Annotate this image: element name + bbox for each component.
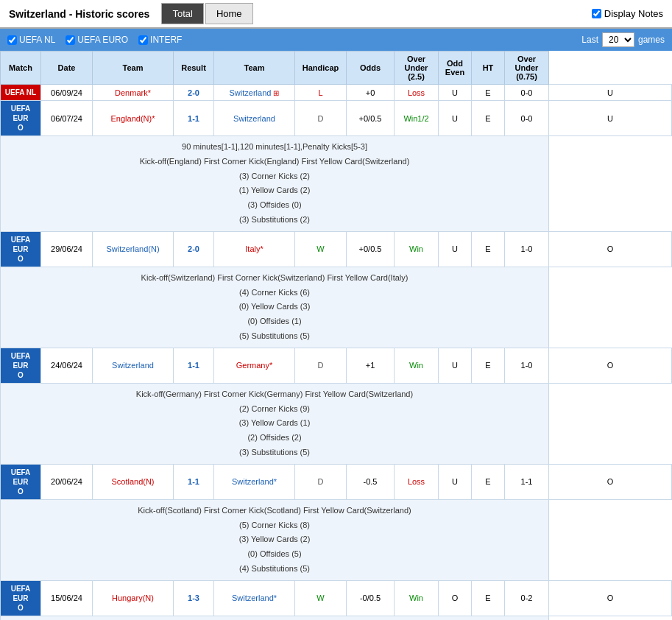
league-badge: UEFA EURO [1, 101, 41, 136]
odd-even: E [472, 101, 505, 136]
header: Switzerland - Historic scores Total Home… [0, 0, 672, 29]
match-date: 06/09/24 [41, 85, 93, 101]
detail-line: 90 minutes[1-1],120 minutes[1-1],Penalty… [182, 142, 367, 151]
table-row[interactable]: UEFA EURO 29/06/24 Switzerland(N) 2-0 It… [1, 231, 672, 267]
handicap: -0/0.5 [347, 580, 395, 616]
detail-line: Kick-off(Switzerland) First Corner Kick(… [141, 273, 408, 282]
filter-bar: UEFA NL UEFA EURO INTERF Last 5 10 15 20… [0, 29, 672, 51]
odds: Loss [395, 85, 439, 101]
odd-even: E [472, 231, 505, 267]
detail-line: (0) Offsides (5) [247, 549, 301, 558]
odds: Loss [395, 464, 439, 499]
detail-line: (4) Corner Kicks (6) [239, 288, 310, 297]
header-tabs: Total Home [158, 0, 255, 27]
league-badge: UEFA EURO [1, 580, 41, 616]
team2-name[interactable]: Germany* [214, 348, 295, 383]
filter-interf: INTERF [138, 35, 182, 45]
detail-cell: Kick-off(Hungary) First Corner Kick(Swit… [1, 616, 549, 620]
odds: Win [395, 231, 439, 267]
detail-line: (3) Offsides (0) [247, 200, 301, 209]
team1-name[interactable]: England(N)* [93, 101, 174, 136]
filter-uefa-nl-checkbox[interactable] [7, 35, 17, 45]
detail-line: (3) Yellow Cards (2) [239, 535, 311, 543]
match-score: 2-0 [174, 231, 214, 267]
over-under: U [439, 348, 472, 383]
detail-line: (3) Corner Kicks (2) [239, 172, 310, 180]
match-date: 20/06/24 [41, 464, 93, 499]
team2-name[interactable]: Switzerland* [214, 580, 295, 616]
over-under2: O [549, 464, 672, 499]
detail-line: (0) Yellow Cards (3) [239, 302, 311, 311]
filter-interf-checkbox[interactable] [138, 35, 148, 45]
league-badge: UEFA NL [1, 85, 41, 101]
detail-line: (5) Corner Kicks (8) [239, 521, 310, 529]
over-under: U [439, 464, 472, 499]
handicap: +0/0.5 [347, 101, 395, 136]
detail-row: 90 minutes[1-1],120 minutes[1-1],Penalty… [1, 136, 672, 232]
table-row[interactable]: UEFA NL 06/09/24 Denmark* 2-0 Switzerlan… [1, 85, 672, 101]
col-team2: Team [214, 52, 295, 85]
detail-line: Kick-off(Scotland) First Corner Kick(Sco… [138, 506, 411, 515]
detail-line: (2) Offsides (2) [247, 433, 301, 442]
ht-score: 0-2 [505, 580, 549, 616]
team2-name[interactable]: Italy* [214, 231, 295, 267]
odd-even: E [472, 85, 505, 101]
detail-cell: Kick-off(Scotland) First Corner Kick(Sco… [1, 499, 549, 580]
col-team1: Team [93, 52, 174, 85]
detail-line: (1) Yellow Cards (2) [239, 186, 311, 194]
last-select[interactable]: 5 10 15 20 30 50 [602, 32, 634, 47]
handicap: -0.5 [347, 464, 395, 499]
detail-line: Kick-off(Germany) First Corner Kick(Germ… [136, 390, 413, 398]
ht-score: 1-0 [505, 231, 549, 267]
col-match: Match [1, 52, 41, 85]
detail-cell: 90 minutes[1-1],120 minutes[1-1],Penalty… [1, 136, 549, 232]
col-over-under: Over Under (2.5) [395, 52, 439, 85]
team1-name[interactable]: Switzerland [93, 348, 174, 383]
over-under: O [439, 580, 472, 616]
over-under: U [439, 85, 472, 101]
detail-cell: Kick-off(Switzerland) First Corner Kick(… [1, 267, 549, 348]
handicap: +0/0.5 [347, 231, 395, 267]
team1-name[interactable]: Denmark* [93, 85, 174, 101]
detail-row: Kick-off(Hungary) First Corner Kick(Swit… [1, 616, 672, 620]
league-badge: UEFA EURO [1, 464, 41, 499]
filter-uefa-nl: UEFA NL [7, 35, 55, 45]
draw-win-loss: D [295, 101, 347, 136]
table-row[interactable]: UEFA EURO 20/06/24 Scotland(N) 1-1 Switz… [1, 464, 672, 499]
odds: Win [395, 348, 439, 383]
detail-line: (0) Offsides (1) [247, 317, 301, 325]
table-row[interactable]: UEFA EURO 24/06/24 Switzerland 1-1 Germa… [1, 348, 672, 383]
col-odd-even: Odd Even [439, 52, 472, 85]
detail-line: (3) Substitutions (5) [239, 448, 310, 457]
team2-name[interactable]: Switzerland [214, 101, 295, 136]
league-badge: UEFA EURO [1, 348, 41, 383]
over-under2: U [549, 85, 672, 101]
team1-name[interactable]: Switzerland(N) [93, 231, 174, 267]
team1-name[interactable]: Hungary(N) [93, 580, 174, 616]
match-date: 15/06/24 [41, 580, 93, 616]
table-header: Match Date Team Result Team Handicap Odd… [1, 52, 672, 85]
odd-even: E [472, 348, 505, 383]
col-over-under2: Over Under (0.75) [505, 52, 549, 85]
table-row[interactable]: UEFA EURO 15/06/24 Hungary(N) 1-3 Switze… [1, 580, 672, 616]
ht-score: 1-0 [505, 348, 549, 383]
match-score: 1-1 [174, 348, 214, 383]
detail-line: Kick-off(England) First Corner Kick(Engl… [140, 157, 410, 166]
odds: Win1/2 [395, 101, 439, 136]
over-under2: O [549, 231, 672, 267]
team1-name[interactable]: Scotland(N) [93, 464, 174, 499]
over-under2: O [549, 348, 672, 383]
tab-total[interactable]: Total [161, 3, 203, 24]
over-under2: U [549, 101, 672, 136]
col-handicap: Handicap [295, 52, 347, 85]
match-date: 29/06/24 [41, 231, 93, 267]
table-row[interactable]: UEFA EURO 06/07/24 England(N)* 1-1 Switz… [1, 101, 672, 136]
over-under2: O [549, 580, 672, 616]
team2-name[interactable]: Switzerland* [214, 464, 295, 499]
detail-line: (3) Substitutions (2) [239, 215, 310, 224]
display-notes-checkbox[interactable] [592, 9, 601, 18]
team2-name[interactable]: Switzerland ⊞ [214, 85, 295, 101]
tab-home[interactable]: Home [205, 3, 253, 24]
filter-uefa-euro-checkbox[interactable] [66, 35, 75, 45]
match-date: 24/06/24 [41, 348, 93, 383]
